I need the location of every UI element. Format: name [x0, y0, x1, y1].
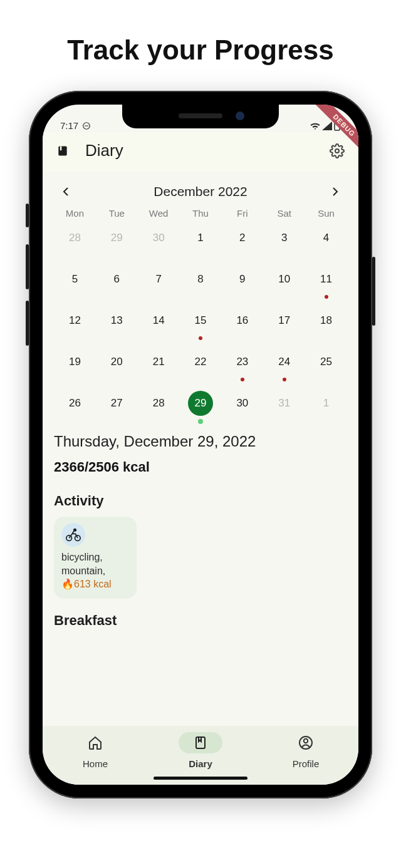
- calendar-day[interactable]: 1: [305, 391, 347, 415]
- header-title: Diary: [85, 141, 330, 160]
- calendar-day-number: 20: [111, 356, 123, 368]
- svg-rect-3: [58, 146, 66, 155]
- svg-point-11: [304, 739, 308, 743]
- calendar-day[interactable]: 4: [305, 226, 347, 250]
- calendar-day[interactable]: 18: [305, 309, 347, 333]
- profile-icon: [298, 735, 313, 750]
- calendar-day[interactable]: 1: [180, 226, 222, 250]
- calendar-day-number: 28: [153, 397, 165, 410]
- tab-diary-label: Diary: [189, 758, 212, 769]
- calendar-day-number: 5: [72, 273, 78, 286]
- calendar-day[interactable]: 20: [96, 350, 138, 374]
- settings-button[interactable]: [330, 143, 345, 158]
- calendar-day-number: 8: [197, 273, 203, 286]
- calendar-day-number: 1: [197, 232, 203, 244]
- activity-heading: Activity: [54, 493, 347, 509]
- calendar-day[interactable]: 6: [96, 267, 138, 291]
- calendar-day-number: 17: [278, 314, 290, 327]
- content-area: December 2022 MonTueWedThuFriSatSun 2829…: [43, 172, 358, 629]
- side-button: [372, 257, 375, 326]
- bicycle-icon: [61, 523, 85, 547]
- chevron-left-icon: [62, 187, 70, 197]
- phone-screen: DEBUG 7:17 Diary December 2022: [43, 105, 358, 785]
- weekday-label: Tue: [96, 208, 138, 219]
- calendar-day[interactable]: 25: [305, 350, 347, 374]
- calendar-day[interactable]: 10: [263, 267, 305, 291]
- calendar-day[interactable]: 3: [263, 226, 305, 250]
- tab-home[interactable]: Home: [58, 732, 133, 769]
- activity-card[interactable]: bicycling, mountain, 🔥613 kcal: [54, 517, 137, 599]
- calendar-day-number: 24: [278, 356, 290, 368]
- calendar-day-number: 15: [195, 314, 207, 327]
- calendar-day[interactable]: 2: [221, 226, 263, 250]
- calendar-day[interactable]: 21: [138, 350, 180, 374]
- calendar-day[interactable]: 31: [263, 391, 305, 415]
- calendar-day[interactable]: 28: [138, 391, 180, 415]
- calendar-day-number: 9: [239, 273, 245, 286]
- wifi-icon: [310, 121, 321, 130]
- prev-month-button[interactable]: [59, 185, 73, 199]
- calendar-week-row: 12131415161718: [54, 309, 347, 333]
- calendar-day[interactable]: 11: [305, 267, 347, 291]
- weekday-label: Wed: [138, 208, 180, 219]
- calendar-day[interactable]: 15: [180, 309, 222, 333]
- weekday-label: Thu: [180, 208, 222, 219]
- calendar-day-number: 10: [278, 273, 290, 286]
- calendar-day-number: 18: [320, 314, 332, 327]
- calendar-day[interactable]: 29: [180, 391, 222, 415]
- calendar-day[interactable]: 5: [54, 267, 96, 291]
- calendar-day-number: 28: [69, 232, 81, 244]
- calendar-day[interactable]: 9: [221, 267, 263, 291]
- activity-line2: mountain,: [61, 564, 129, 578]
- calendar-day[interactable]: 29: [96, 226, 138, 250]
- calendar-day[interactable]: 27: [96, 391, 138, 415]
- calendar-day[interactable]: 7: [138, 267, 180, 291]
- calendar-day[interactable]: 22: [180, 350, 222, 374]
- calendar-day[interactable]: 23: [221, 350, 263, 374]
- calendar-day-number: 27: [111, 397, 123, 410]
- book-icon: [193, 735, 208, 750]
- event-dot-icon: [325, 295, 328, 299]
- activity-kcal: 🔥613 kcal: [61, 577, 129, 591]
- calendar-day-number: 6: [114, 273, 120, 286]
- calendar-day[interactable]: 13: [96, 309, 138, 333]
- tab-profile-label: Profile: [293, 758, 320, 769]
- calendar-day[interactable]: 30: [138, 226, 180, 250]
- calendar-week-row: 19202122232425: [54, 350, 347, 374]
- tab-profile[interactable]: Profile: [268, 732, 343, 769]
- next-month-button[interactable]: [328, 185, 342, 199]
- tab-home-label: Home: [83, 758, 108, 769]
- calendar-day[interactable]: 28: [54, 226, 96, 250]
- calendar-day-number: 30: [153, 232, 165, 244]
- calendar-day[interactable]: 19: [54, 350, 96, 374]
- chevron-right-icon: [331, 187, 339, 197]
- calendar-day-number: 31: [278, 397, 290, 410]
- selected-date-label: Thursday, December 29, 2022: [54, 433, 347, 450]
- bottom-tab-bar: Home Diary Profile: [43, 726, 358, 785]
- app-header: Diary: [43, 132, 358, 172]
- breakfast-heading: Breakfast: [54, 612, 347, 629]
- calendar-month-label: December 2022: [154, 184, 247, 199]
- calendar-day[interactable]: 26: [54, 391, 96, 415]
- calendar-day[interactable]: 14: [138, 309, 180, 333]
- side-button: [26, 204, 29, 227]
- weekday-label: Sat: [263, 208, 305, 219]
- calendar-day[interactable]: 30: [221, 391, 263, 415]
- calendar-day[interactable]: 24: [263, 350, 305, 374]
- calendar-day[interactable]: 16: [221, 309, 263, 333]
- calendar-body: 2829301234567891011121314151617181920212…: [54, 226, 347, 415]
- calendar-day[interactable]: 17: [263, 309, 305, 333]
- event-dot-icon: [283, 378, 286, 381]
- calendar-week-row: 2627282930311: [54, 391, 347, 415]
- calendar-day-number: 26: [69, 397, 81, 410]
- svg-rect-4: [60, 146, 62, 150]
- tab-diary[interactable]: Diary: [163, 732, 238, 769]
- calendar-day-number: 19: [69, 356, 81, 368]
- notch: [122, 105, 279, 128]
- calendar-day[interactable]: 12: [54, 309, 96, 333]
- calendar-day-number: 11: [320, 273, 332, 286]
- weekday-label: Sun: [305, 208, 347, 219]
- side-button: [26, 244, 29, 289]
- calendar-day[interactable]: 8: [180, 267, 222, 291]
- side-button: [26, 301, 29, 346]
